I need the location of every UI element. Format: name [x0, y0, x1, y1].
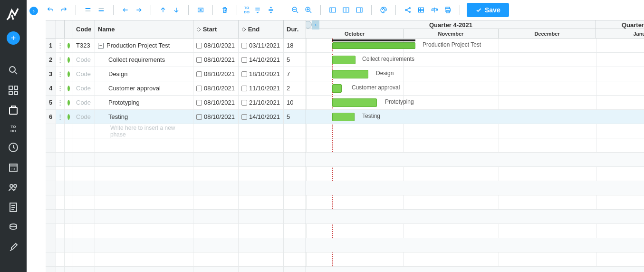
settings-icon[interactable]	[8, 242, 19, 253]
gantt-row[interactable]: Testing	[306, 110, 644, 124]
gantt-timeline-slider[interactable]: ‹ ›	[306, 20, 319, 29]
gantt-bar-parent[interactable]	[332, 42, 415, 49]
code-cell[interactable]: Code	[73, 67, 95, 81]
end-cell[interactable]: 14/10/2021	[239, 53, 284, 67]
end-milestone-checkbox[interactable]	[241, 86, 247, 91]
status-dot[interactable]	[65, 81, 73, 95]
todo-nav-icon[interactable]: TODO	[10, 125, 16, 133]
gantt-bar[interactable]	[332, 70, 368, 78]
end-milestone-checkbox[interactable]	[241, 114, 247, 120]
name-cell[interactable]: Design	[95, 67, 193, 81]
table-row[interactable]: 5⋮CodePrototyping08/10/202121/10/202110	[46, 96, 306, 110]
collapse-icon[interactable]: −	[98, 43, 104, 49]
col-start-header[interactable]: Start	[193, 20, 239, 38]
gantt-bar[interactable]	[332, 98, 377, 107]
start-milestone-checkbox[interactable]	[196, 114, 202, 120]
start-milestone-checkbox[interactable]	[196, 71, 202, 77]
move-down-icon[interactable]	[171, 5, 182, 15]
palette-icon[interactable]	[378, 5, 389, 15]
gantt-row[interactable]	[306, 167, 644, 181]
layout-right-icon[interactable]	[354, 5, 365, 15]
move-up-icon[interactable]	[158, 5, 168, 15]
insert-below-icon[interactable]	[96, 5, 106, 15]
panel-toggle-chevron-icon[interactable]: ›	[29, 7, 38, 15]
outdent-icon[interactable]	[120, 5, 131, 15]
table-row[interactable]: 1⋮T323−Production Project Test08/10/2021…	[46, 39, 306, 53]
gantt-row[interactable]	[306, 224, 644, 238]
gantt-row[interactable]	[306, 195, 644, 210]
delete-row-icon[interactable]	[195, 5, 206, 15]
code-cell[interactable]: Code	[73, 81, 95, 95]
projects-icon[interactable]	[8, 105, 19, 116]
print-icon[interactable]	[442, 5, 453, 15]
search-icon[interactable]	[8, 65, 19, 76]
row-menu-icon[interactable]: ⋮	[56, 96, 65, 109]
row-menu-icon[interactable]: ⋮	[56, 53, 65, 67]
gantt-row[interactable]	[306, 210, 644, 224]
table-row[interactable]: 6⋮CodeTesting08/10/202114/10/20215	[46, 110, 306, 124]
row-menu-icon[interactable]: ⋮	[56, 81, 65, 95]
gantt-body[interactable]: ⋮⋮ Production Project TestCollect requir…	[306, 39, 644, 272]
undo-icon[interactable]	[45, 5, 56, 15]
dur-cell[interactable]: 5	[284, 110, 303, 124]
balance-icon[interactable]	[429, 5, 440, 15]
dashboard-icon[interactable]	[8, 85, 19, 96]
gantt-row[interactable]	[306, 138, 644, 153]
critical-path-icon[interactable]	[416, 5, 426, 15]
end-cell[interactable]: 18/10/2021	[239, 67, 284, 81]
indent-icon[interactable]	[134, 5, 144, 15]
start-cell[interactable]: 08/10/2021	[193, 96, 239, 109]
gantt-row[interactable]: Customer approval	[306, 81, 644, 96]
start-cell[interactable]: 08/10/2021	[193, 39, 239, 52]
trash-icon[interactable]	[220, 5, 230, 15]
gantt-row[interactable]	[306, 238, 644, 253]
row-menu-icon[interactable]: ⋮	[56, 110, 65, 124]
clock-icon[interactable]	[8, 142, 19, 153]
gantt-row[interactable]: Design	[306, 67, 644, 81]
gantt-row[interactable]	[306, 181, 644, 195]
end-cell[interactable]: 14/10/2021	[239, 110, 284, 124]
start-cell[interactable]: 08/10/2021	[193, 67, 239, 81]
start-milestone-checkbox[interactable]	[196, 57, 202, 63]
table-row[interactable]: 4⋮CodeCustomer approval08/10/202111/10/2…	[46, 81, 306, 96]
status-dot[interactable]	[65, 110, 73, 124]
start-cell[interactable]: 08/10/2021	[193, 81, 239, 95]
status-dot[interactable]	[65, 39, 73, 52]
col-dur-header[interactable]: Dur.	[284, 20, 303, 38]
row-menu-icon[interactable]: ⋮	[56, 39, 65, 52]
people-icon[interactable]	[8, 182, 19, 193]
end-milestone-checkbox[interactable]	[241, 57, 247, 63]
code-cell[interactable]: Code	[73, 53, 95, 67]
redo-icon[interactable]	[58, 5, 69, 15]
dur-cell[interactable]: 18	[284, 39, 303, 52]
end-cell[interactable]: 11/10/2021	[239, 81, 284, 95]
status-dot[interactable]	[65, 96, 73, 109]
calendar-icon[interactable]: 31	[8, 162, 19, 173]
gantt-row[interactable]	[306, 124, 644, 138]
code-cell[interactable]: T323	[73, 39, 95, 52]
layout-left-icon[interactable]	[327, 5, 338, 15]
name-cell[interactable]: Customer approval	[95, 81, 193, 95]
start-milestone-checkbox[interactable]	[196, 86, 202, 91]
add-button[interactable]: +	[7, 31, 20, 45]
end-milestone-checkbox[interactable]	[241, 71, 247, 77]
col-name-header[interactable]: Name	[95, 20, 193, 38]
start-cell[interactable]: 08/10/2021	[193, 110, 239, 124]
dur-cell[interactable]: 7	[284, 67, 303, 81]
zoom-out-icon[interactable]	[290, 5, 300, 15]
name-cell[interactable]: −Production Project Test	[95, 39, 193, 52]
gantt-row[interactable]	[306, 253, 644, 267]
todo-button[interactable]: TODO	[244, 6, 250, 14]
layout-split-icon[interactable]	[341, 5, 351, 15]
expand-all-icon[interactable]	[252, 5, 263, 15]
gantt-bar[interactable]	[332, 113, 355, 121]
share-icon[interactable]	[403, 5, 413, 15]
end-cell[interactable]: 03/11/2021	[239, 39, 284, 52]
save-button[interactable]: Save	[467, 3, 509, 17]
table-row[interactable]: 3⋮CodeDesign08/10/202118/10/20217	[46, 67, 306, 81]
status-dot[interactable]	[65, 53, 73, 67]
gantt-row[interactable]: Prototyping	[306, 96, 644, 110]
dur-cell[interactable]: 5	[284, 53, 303, 67]
end-cell[interactable]: 21/10/2021	[239, 96, 284, 109]
insert-above-icon[interactable]	[83, 5, 93, 15]
